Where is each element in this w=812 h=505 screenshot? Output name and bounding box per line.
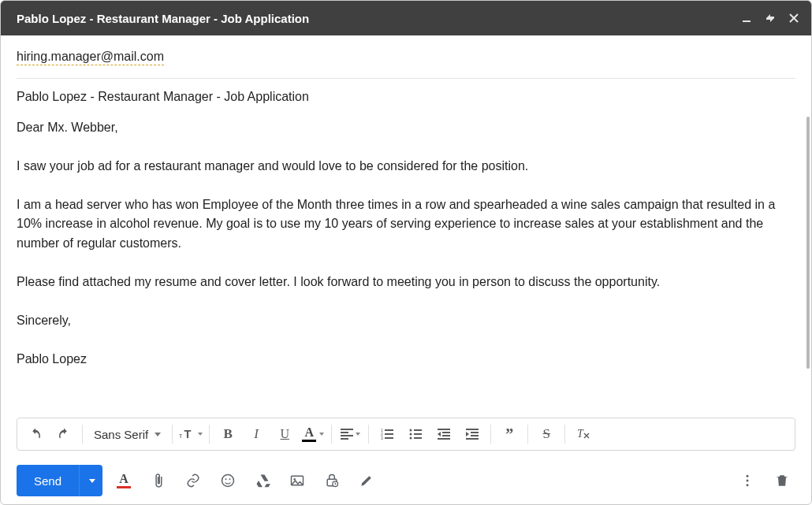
- svg-rect-25: [471, 435, 479, 436]
- chevron-down-icon: [198, 433, 203, 436]
- send-options-button[interactable]: [79, 465, 102, 496]
- chevron-down-icon: [89, 479, 95, 483]
- toolbar-separator: [527, 425, 528, 444]
- svg-text:т: т: [179, 432, 183, 440]
- svg-point-30: [229, 478, 231, 480]
- svg-point-29: [225, 478, 227, 480]
- svg-rect-20: [442, 432, 450, 433]
- svg-point-36: [747, 480, 749, 482]
- toolbar-separator: [564, 425, 565, 444]
- svg-rect-5: [341, 435, 353, 436]
- body-paragraph: I saw your job ad for a restaurant manag…: [17, 157, 789, 176]
- svg-text:T: T: [184, 428, 192, 440]
- formatting-toggle-button[interactable]: A: [110, 467, 137, 494]
- italic-button[interactable]: I: [243, 421, 270, 447]
- svg-rect-12: [385, 437, 393, 439]
- toolbar-separator: [331, 425, 332, 444]
- svg-rect-10: [385, 429, 393, 431]
- svg-rect-19: [438, 429, 450, 430]
- svg-point-28: [222, 475, 234, 487]
- recipient-chip[interactable]: hiring.manager@mail.com: [17, 50, 164, 65]
- svg-rect-22: [438, 438, 450, 440]
- discard-draft-button[interactable]: [769, 467, 795, 494]
- text-color-glyph: A: [302, 426, 316, 442]
- svg-rect-16: [414, 429, 422, 431]
- formatting-toolbar: Sans Serif тT B I U A 123: [17, 418, 795, 451]
- toolbar-separator: [82, 425, 83, 444]
- svg-rect-17: [414, 433, 422, 435]
- svg-point-35: [747, 475, 749, 477]
- insert-link-button[interactable]: [180, 467, 207, 494]
- window-controls: [740, 12, 800, 24]
- window-title: Pablo Lopez - Restaurant Manager - Job A…: [17, 12, 740, 25]
- close-icon[interactable]: [788, 12, 800, 24]
- send-button-group: Send: [17, 465, 102, 496]
- compose-window: Pablo Lopez - Restaurant Manager - Job A…: [0, 0, 812, 505]
- body-area: Dear Mx. Webber, I saw your job ad for a…: [1, 113, 811, 418]
- minimize-icon[interactable]: [740, 12, 753, 24]
- toolbar-separator: [368, 425, 369, 444]
- toolbar-separator: [172, 425, 173, 444]
- insert-signature-button[interactable]: [353, 467, 380, 494]
- svg-point-13: [410, 429, 412, 432]
- send-button[interactable]: Send: [17, 465, 79, 496]
- svg-rect-0: [743, 20, 751, 22]
- svg-rect-24: [471, 432, 479, 433]
- toolbar-separator: [209, 425, 210, 444]
- chevron-down-icon: [319, 433, 324, 436]
- svg-rect-26: [466, 438, 479, 440]
- redo-button[interactable]: [50, 421, 77, 447]
- format-A-glyph: A: [117, 473, 131, 488]
- body-paragraph: Sincerely,: [17, 311, 789, 331]
- header-fields: hiring.manager@mail.com Pablo Lopez - Re…: [1, 35, 811, 113]
- subject-field[interactable]: Pablo Lopez - Restaurant Manager - Job A…: [17, 79, 795, 113]
- strikethrough-button[interactable]: S: [533, 421, 560, 447]
- svg-point-15: [410, 437, 412, 440]
- bold-button[interactable]: B: [214, 421, 241, 447]
- svg-text:3: 3: [381, 436, 383, 440]
- font-family-label: Sans Serif: [94, 428, 148, 441]
- body-paragraph: Please find attached my resume and cover…: [17, 273, 789, 292]
- insert-photo-button[interactable]: [284, 467, 311, 494]
- svg-rect-23: [466, 429, 479, 430]
- scrollbar-thumb[interactable]: [806, 117, 810, 369]
- expand-icon[interactable]: [764, 12, 777, 24]
- body-paragraph: Pablo Lopez: [17, 350, 789, 369]
- to-field[interactable]: hiring.manager@mail.com: [17, 35, 795, 70]
- chevron-down-icon: [155, 433, 161, 436]
- svg-rect-6: [341, 438, 348, 440]
- bullet-list-button[interactable]: [402, 421, 429, 447]
- quote-button[interactable]: ”: [496, 421, 523, 447]
- font-size-button[interactable]: тT: [177, 421, 204, 447]
- svg-rect-18: [414, 437, 422, 439]
- bottom-toolbar: Send A: [1, 457, 811, 504]
- svg-point-37: [747, 484, 749, 486]
- message-body[interactable]: Dear Mx. Webber, I saw your job ad for a…: [1, 113, 805, 418]
- attach-file-button[interactable]: [145, 467, 172, 494]
- svg-rect-21: [442, 435, 450, 436]
- body-paragraph: Dear Mx. Webber,: [17, 118, 789, 138]
- svg-rect-4: [341, 432, 348, 433]
- indent-less-button[interactable]: [430, 421, 457, 447]
- chevron-down-icon: [356, 433, 360, 436]
- more-options-button[interactable]: [734, 467, 761, 494]
- text-color-button[interactable]: A: [300, 421, 326, 447]
- align-button[interactable]: [337, 421, 363, 447]
- insert-emoji-button[interactable]: [214, 467, 241, 494]
- insert-drive-button[interactable]: [249, 467, 276, 494]
- font-family-picker[interactable]: Sans Serif: [88, 421, 167, 447]
- underline-button[interactable]: U: [271, 421, 298, 447]
- clear-formatting-button[interactable]: T: [570, 421, 597, 447]
- svg-text:T: T: [577, 428, 584, 440]
- indent-more-button[interactable]: [459, 421, 486, 447]
- title-bar: Pablo Lopez - Restaurant Manager - Job A…: [1, 1, 811, 35]
- undo-button[interactable]: [22, 421, 49, 447]
- numbered-list-button[interactable]: 123: [374, 421, 400, 447]
- body-paragraph: I am a head server who has won Employee …: [17, 195, 789, 254]
- svg-rect-3: [341, 429, 353, 430]
- toolbar-separator: [490, 425, 491, 444]
- svg-rect-11: [385, 433, 393, 435]
- svg-point-14: [410, 433, 412, 436]
- confidential-mode-button[interactable]: [318, 467, 345, 494]
